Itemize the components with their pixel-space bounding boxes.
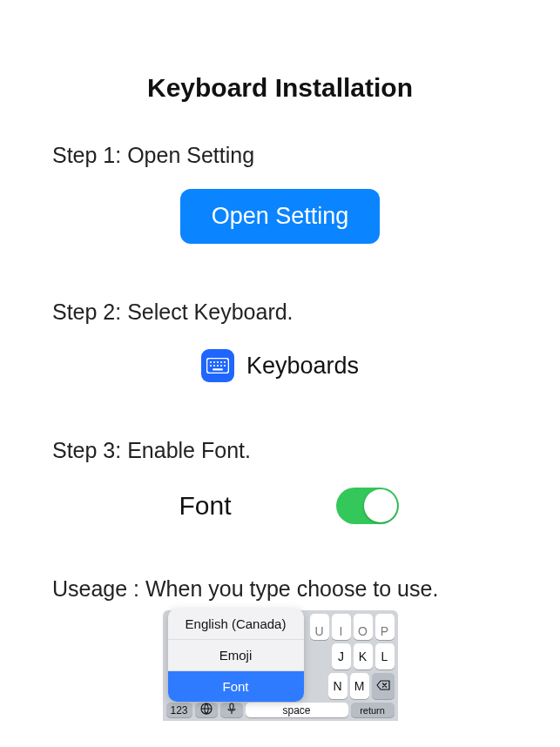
svg-point-6: [210, 365, 212, 367]
svg-point-4: [220, 361, 222, 363]
step-1-label: Step 1: Open Setting: [52, 143, 508, 168]
svg-point-3: [217, 361, 219, 363]
key-k[interactable]: K: [354, 643, 373, 670]
page-title: Keyboard Installation: [52, 73, 508, 103]
svg-rect-11: [213, 368, 223, 370]
step-1: Step 1: Open Setting Open Setting: [52, 143, 508, 244]
font-label: Font: [179, 491, 231, 521]
numbers-key[interactable]: 123: [166, 703, 192, 717]
svg-point-5: [224, 361, 226, 363]
keyboard-sample: English (Canada) Emoji Font U I O P J K …: [163, 610, 398, 721]
key-j[interactable]: J: [332, 643, 351, 670]
svg-point-7: [213, 365, 215, 367]
svg-point-2: [213, 361, 215, 363]
svg-point-9: [220, 365, 222, 367]
key-o[interactable]: O: [354, 614, 373, 640]
keyboards-label: Keyboards: [246, 353, 359, 380]
font-toggle-row: Font: [52, 488, 508, 524]
key-p[interactable]: P: [375, 614, 395, 640]
step-2-label: Step 2: Select Keyboard.: [52, 299, 508, 325]
svg-rect-13: [230, 703, 233, 710]
key-i[interactable]: I: [332, 614, 351, 640]
menu-item-emoji[interactable]: Emoji: [168, 640, 304, 671]
mic-key[interactable]: [220, 703, 243, 717]
toggle-knob: [364, 489, 397, 522]
open-setting-button[interactable]: Open Setting: [180, 189, 381, 244]
globe-key[interactable]: [195, 703, 218, 717]
key-m[interactable]: M: [350, 673, 369, 699]
step-3-label: Step 3: Enable Font.: [52, 438, 508, 463]
svg-point-8: [217, 365, 219, 367]
globe-icon: [200, 703, 213, 717]
svg-point-1: [210, 361, 212, 363]
keyboards-row[interactable]: Keyboards: [52, 349, 508, 382]
backspace-key[interactable]: [372, 673, 395, 699]
key-l[interactable]: L: [375, 643, 395, 670]
keyboard-icon: [201, 349, 234, 382]
usage-label: Useage : When you type choose to use.: [52, 576, 508, 602]
keyboard-language-menu: English (Canada) Emoji Font: [168, 609, 304, 702]
step-3: Step 3: Enable Font. Font: [52, 438, 508, 524]
svg-point-10: [224, 365, 226, 367]
backspace-icon: [376, 679, 390, 693]
space-key[interactable]: space: [246, 703, 348, 717]
enable-font-toggle[interactable]: [336, 488, 399, 524]
return-key[interactable]: return: [351, 703, 395, 717]
menu-item-font[interactable]: Font: [168, 671, 304, 702]
key-n[interactable]: N: [328, 673, 347, 699]
keyboard-bottom-row: 123 space return: [166, 703, 395, 717]
key-u[interactable]: U: [310, 614, 329, 640]
mic-icon: [227, 703, 236, 717]
step-2: Step 2: Select Keyboard. Keyboards: [52, 299, 508, 382]
menu-item-english[interactable]: English (Canada): [168, 609, 304, 640]
